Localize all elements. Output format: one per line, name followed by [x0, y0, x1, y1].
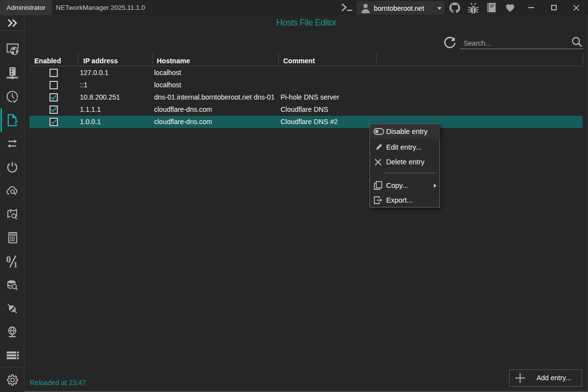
- svg-text:1: 1: [14, 260, 18, 268]
- svg-text:0: 0: [6, 255, 11, 264]
